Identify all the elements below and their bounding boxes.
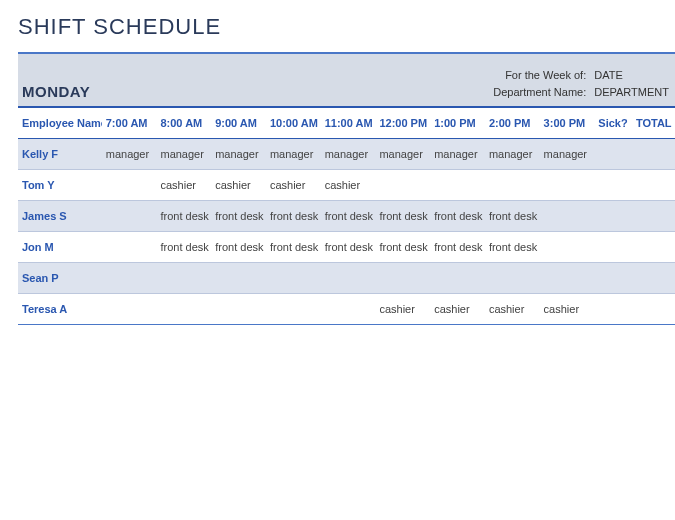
shift-cell: front desk xyxy=(321,201,376,232)
dept-label: Department Name: xyxy=(471,84,586,101)
employee-name-cell: Teresa A xyxy=(18,294,102,325)
shift-cell: cashier xyxy=(266,170,321,201)
shift-cell xyxy=(321,294,376,325)
shift-cell: manager xyxy=(485,139,540,170)
shift-cell: cashier xyxy=(485,294,540,325)
shift-cell: manager xyxy=(211,139,266,170)
dept-value: DEPARTMENT xyxy=(594,84,669,101)
shift-cell: manager xyxy=(430,139,485,170)
col-3pm: 3:00 PM xyxy=(540,108,595,139)
shift-cell xyxy=(540,201,595,232)
shift-cell xyxy=(594,263,632,294)
shift-cell: front desk xyxy=(266,232,321,263)
shift-cell xyxy=(485,170,540,201)
shift-cell: front desk xyxy=(156,201,211,232)
meta-right: For the Week of: DATE Department Name: D… xyxy=(471,61,675,106)
col-8am: 8:00 AM xyxy=(156,108,211,139)
shift-cell xyxy=(594,294,632,325)
table-row: Jon Mfront deskfront deskfront deskfront… xyxy=(18,232,675,263)
shift-cell: manager xyxy=(266,139,321,170)
shift-cell xyxy=(156,263,211,294)
shift-cell: front desk xyxy=(211,232,266,263)
shift-cell: cashier xyxy=(375,294,430,325)
shift-cell xyxy=(211,263,266,294)
shift-cell: front desk xyxy=(375,232,430,263)
col-total: TOTAL xyxy=(632,108,675,139)
shift-cell: front desk xyxy=(266,201,321,232)
col-employee: Employee Name xyxy=(18,108,102,139)
shift-cell xyxy=(594,232,632,263)
shift-cell: cashier xyxy=(156,170,211,201)
shift-cell xyxy=(430,263,485,294)
shift-cell xyxy=(632,232,675,263)
shift-cell: cashier xyxy=(211,170,266,201)
shift-cell xyxy=(632,201,675,232)
meta-band: MONDAY For the Week of: DATE Department … xyxy=(18,54,675,106)
header-row: Employee Name 7:00 AM 8:00 AM 9:00 AM 10… xyxy=(18,108,675,139)
shift-cell xyxy=(594,201,632,232)
col-9am: 9:00 AM xyxy=(211,108,266,139)
day-heading: MONDAY xyxy=(18,83,90,106)
shift-cell: front desk xyxy=(375,201,430,232)
shift-cell: front desk xyxy=(321,232,376,263)
shift-cell: front desk xyxy=(156,232,211,263)
table-row: Tom Ycashiercashiercashiercashier xyxy=(18,170,675,201)
shift-cell xyxy=(102,294,157,325)
shift-cell xyxy=(485,263,540,294)
shift-cell xyxy=(540,263,595,294)
shift-cell: cashier xyxy=(540,294,595,325)
shift-cell xyxy=(102,201,157,232)
page-title: SHIFT SCHEDULE xyxy=(18,14,675,40)
col-12pm: 12:00 PM xyxy=(375,108,430,139)
shift-cell: cashier xyxy=(321,170,376,201)
shift-cell: front desk xyxy=(485,201,540,232)
shift-cell xyxy=(375,263,430,294)
shift-cell: front desk xyxy=(430,232,485,263)
shift-cell xyxy=(632,139,675,170)
table-row: Sean P xyxy=(18,263,675,294)
table-row: James Sfront deskfront deskfront deskfro… xyxy=(18,201,675,232)
shift-cell xyxy=(540,170,595,201)
shift-cell xyxy=(266,263,321,294)
shift-cell xyxy=(211,294,266,325)
shift-cell: front desk xyxy=(485,232,540,263)
employee-name-cell: Sean P xyxy=(18,263,102,294)
shift-cell xyxy=(594,170,632,201)
col-7am: 7:00 AM xyxy=(102,108,157,139)
shift-cell xyxy=(321,263,376,294)
shift-cell: cashier xyxy=(430,294,485,325)
shift-cell xyxy=(632,294,675,325)
col-2pm: 2:00 PM xyxy=(485,108,540,139)
employee-name-cell: Tom Y xyxy=(18,170,102,201)
employee-name-cell: James S xyxy=(18,201,102,232)
shift-cell xyxy=(632,170,675,201)
shift-cell xyxy=(102,263,157,294)
col-11am: 11:00 AM xyxy=(321,108,376,139)
shift-cell: front desk xyxy=(211,201,266,232)
employee-name-cell: Jon M xyxy=(18,232,102,263)
schedule-table: Employee Name 7:00 AM 8:00 AM 9:00 AM 10… xyxy=(18,108,675,325)
shift-cell xyxy=(375,170,430,201)
shift-cell xyxy=(430,170,485,201)
shift-cell xyxy=(594,139,632,170)
week-label: For the Week of: xyxy=(471,67,586,84)
col-sick: Sick? xyxy=(594,108,632,139)
employee-name-cell: Kelly F xyxy=(18,139,102,170)
table-row: Teresa Acashiercashiercashiercashier xyxy=(18,294,675,325)
table-row: Kelly Fmanagermanagermanagermanagermanag… xyxy=(18,139,675,170)
shift-cell xyxy=(266,294,321,325)
shift-cell: front desk xyxy=(430,201,485,232)
shift-cell xyxy=(540,232,595,263)
shift-cell xyxy=(156,294,211,325)
col-10am: 10:00 AM xyxy=(266,108,321,139)
shift-cell: manager xyxy=(375,139,430,170)
shift-cell: manager xyxy=(102,139,157,170)
shift-cell xyxy=(102,232,157,263)
shift-cell: manager xyxy=(540,139,595,170)
shift-cell: manager xyxy=(156,139,211,170)
schedule-sheet: SHIFT SCHEDULE MONDAY For the Week of: D… xyxy=(0,0,675,325)
shift-cell xyxy=(102,170,157,201)
col-1pm: 1:00 PM xyxy=(430,108,485,139)
week-value: DATE xyxy=(594,67,623,84)
shift-cell xyxy=(632,263,675,294)
